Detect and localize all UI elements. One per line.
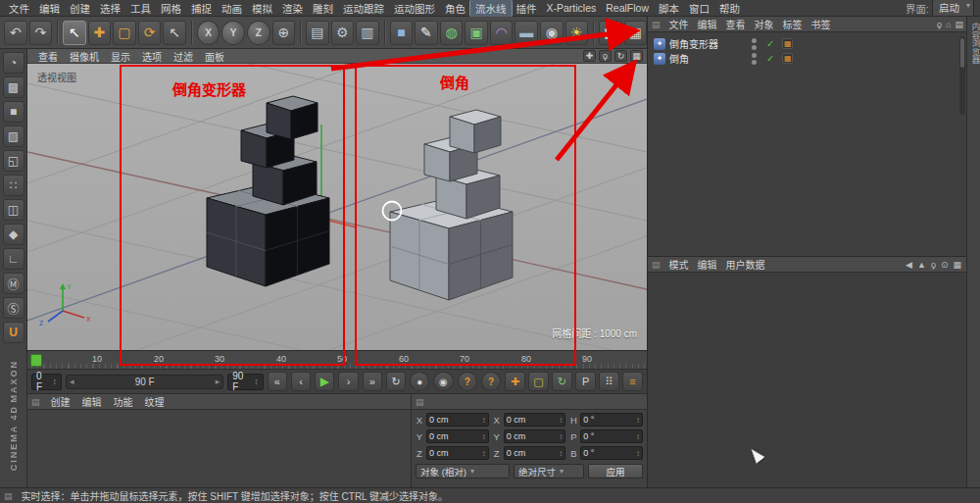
open-timeline-button[interactable]: ≡	[622, 372, 643, 391]
object-axis-mode-button[interactable]: ◱	[3, 150, 24, 172]
apply-button[interactable]: 应用	[588, 464, 643, 478]
vp-menu-view[interactable]: 查看	[33, 49, 63, 64]
active-tool-button[interactable]: ↖	[163, 21, 186, 45]
texture-checker-icon[interactable]: ▩	[3, 76, 24, 98]
texture-mode-button[interactable]: ▨	[3, 126, 24, 147]
content-browser-tab[interactable]: 内容浏览器	[969, 23, 980, 65]
om-scrollbar[interactable]	[959, 36, 965, 115]
menu-tools[interactable]: 工具	[125, 0, 156, 17]
menu-window[interactable]: 窗口	[684, 0, 714, 17]
om-menu-edit[interactable]: 编辑	[694, 17, 721, 31]
next-frame-button[interactable]: ›	[338, 372, 358, 391]
current-frame-field[interactable]: 0 F↕	[31, 374, 62, 390]
lock-y-button[interactable]: Y	[221, 21, 245, 45]
om-menu-tags[interactable]: 标签	[779, 17, 807, 31]
size-y-field[interactable]: 0 cm↕	[504, 429, 566, 443]
menu-edit[interactable]: 编辑	[34, 0, 65, 17]
coordinate-system-button[interactable]: ⊕	[272, 21, 296, 45]
size-x-field[interactable]: 0 cm↕	[504, 413, 566, 427]
polygons-mode-button[interactable]: ◆	[3, 224, 24, 245]
am-lock-icon[interactable]: ⊙	[941, 260, 949, 270]
rotate-view-icon[interactable]: ↻	[614, 50, 627, 62]
layout-button[interactable]: ▦	[624, 21, 648, 45]
key-rotation-button[interactable]: ↻	[552, 372, 572, 391]
toggle-views-icon[interactable]: ▦	[630, 50, 643, 62]
render-queue-button[interactable]: ▥	[356, 21, 379, 45]
add-light-button[interactable]: ☀	[565, 21, 589, 45]
object-tag-icon[interactable]: ▦	[782, 38, 793, 49]
autokey-button[interactable]: ◉	[433, 372, 453, 391]
key-parameter-button[interactable]: P	[575, 372, 596, 391]
mat-menu-texture[interactable]: 纹理	[140, 393, 170, 410]
rot-p-field[interactable]: 0 °↕	[580, 429, 643, 443]
rot-h-field[interactable]: 0 °↕	[580, 413, 643, 427]
loop-button[interactable]: ↻	[386, 372, 406, 391]
rotate-tool[interactable]: ⟳	[138, 21, 162, 45]
cube-stack-dark[interactable]	[207, 96, 329, 286]
vp-menu-options[interactable]: 选项	[137, 49, 167, 64]
object-row-bevel[interactable]: ✦ 倒角 ✓ ▦	[648, 51, 967, 66]
add-pen-button[interactable]: ✎	[415, 21, 438, 45]
workplane-button[interactable]: ∟	[3, 248, 24, 270]
menu-script[interactable]: 脚本	[654, 0, 684, 17]
am-menu-edit[interactable]: 编辑	[694, 257, 721, 272]
frame-range-slider[interactable]: 90 F	[66, 375, 223, 389]
coord-mode-dropdown[interactable]: 对象 (相对)	[416, 464, 510, 478]
om-menu-bookmarks[interactable]: 书签	[808, 17, 835, 31]
pan-view-icon[interactable]: ✚	[583, 50, 596, 62]
points-mode-button[interactable]: ∷	[3, 175, 24, 196]
move-tool[interactable]: ✚	[88, 21, 112, 45]
menu-create[interactable]: 创建	[65, 0, 95, 17]
om-search-icon[interactable]: ϙ	[937, 20, 942, 29]
panel-grip-icon[interactable]: ▤	[652, 20, 664, 29]
am-search-icon[interactable]: ϙ	[931, 260, 936, 270]
size-z-field[interactable]: 0 cm↕	[504, 446, 566, 460]
timeline-ruler[interactable]: 0 10 20 30 40 50 60 70 80 90	[27, 350, 647, 370]
panel-grip-icon[interactable]: ▤	[31, 397, 44, 407]
mat-menu-function[interactable]: 功能	[109, 393, 138, 410]
end-frame-field[interactable]: 90 F↕	[227, 374, 263, 390]
object-tag-icon[interactable]: ▦	[782, 53, 793, 64]
om-home-icon[interactable]: ⌂	[946, 20, 951, 29]
rot-b-field[interactable]: 0 °↕	[580, 446, 643, 460]
vp-menu-cameras[interactable]: 摄像机	[65, 49, 104, 64]
add-subdivision-button[interactable]: ◍	[440, 21, 464, 45]
menu-realflow[interactable]: RealFlow	[601, 1, 654, 15]
pos-y-field[interactable]: 0 cm↕	[426, 429, 489, 443]
add-cube-button[interactable]: ■	[390, 21, 414, 45]
mat-menu-edit[interactable]: 编辑	[77, 393, 107, 410]
am-menu-mode[interactable]: 模式	[665, 257, 693, 272]
add-bend-button[interactable]: ◠	[490, 21, 514, 45]
am-menu-userdata[interactable]: 用户数据	[722, 257, 769, 272]
cube-stack-light[interactable]	[390, 110, 513, 300]
menu-mograph[interactable]: 运动图形	[389, 0, 440, 17]
render-view-button[interactable]: ▤	[306, 21, 329, 45]
pos-x-field[interactable]: 0 cm↕	[426, 413, 489, 427]
coord-size-dropdown[interactable]: 绝对尺寸	[514, 464, 584, 478]
menu-xparticles[interactable]: X-Particles	[542, 1, 602, 15]
record-keyframe-button[interactable]: ●	[410, 372, 429, 391]
menu-animate[interactable]: 动画	[217, 0, 247, 17]
render-settings-button[interactable]: ⚙	[331, 21, 355, 45]
display-mode-button[interactable]: ◧	[599, 21, 622, 45]
goto-end-button[interactable]: »	[363, 372, 382, 391]
add-array-button[interactable]: ▣	[465, 21, 488, 45]
interface-dropdown[interactable]: 启动	[932, 0, 974, 17]
enabled-check-icon[interactable]: ✓	[766, 38, 774, 49]
model-mode-button[interactable]: ■	[3, 101, 24, 123]
vp-menu-display[interactable]: 显示	[106, 49, 135, 64]
menu-help[interactable]: 帮助	[714, 0, 745, 17]
current-frame-marker[interactable]	[30, 354, 42, 367]
enabled-check-icon[interactable]: ✓	[766, 53, 774, 64]
edges-mode-button[interactable]: ◫	[3, 199, 24, 221]
visibility-toggles[interactable]	[752, 38, 757, 50]
menu-pipeline[interactable]: 流水线	[470, 0, 512, 17]
am-up-icon[interactable]: ▲	[917, 260, 926, 270]
vp-menu-filter[interactable]: 过滤	[169, 49, 198, 64]
magnet-snap-button[interactable]: U	[3, 322, 24, 343]
menu-sculpt[interactable]: 雕刻	[308, 0, 338, 17]
menu-render[interactable]: 渲染	[277, 0, 308, 17]
visibility-toggles[interactable]	[752, 53, 757, 65]
material-list[interactable]	[27, 410, 411, 487]
lock-z-button[interactable]: Z	[247, 21, 270, 45]
